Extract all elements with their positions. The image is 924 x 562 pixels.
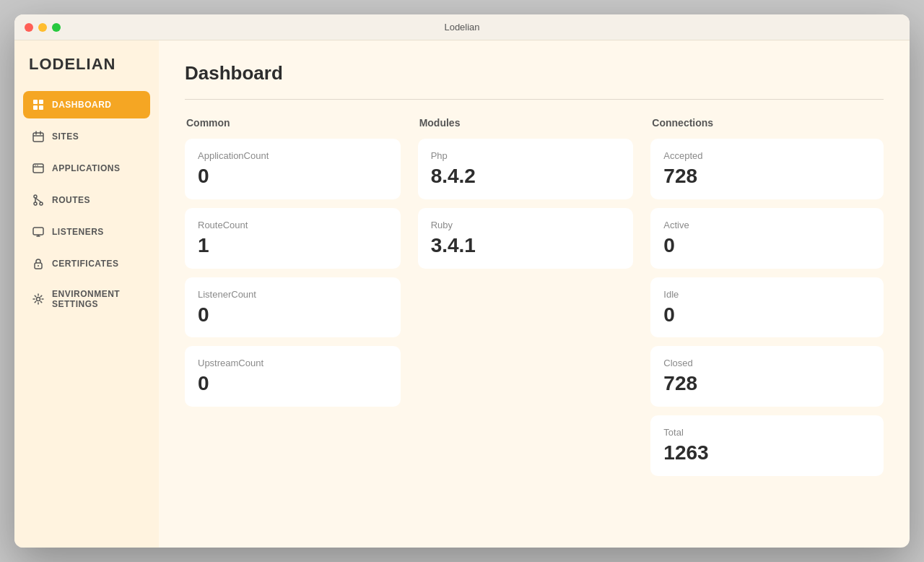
minimize-button[interactable]: [38, 23, 47, 32]
connections-column: Connections Accepted 728 Active 0 Idle 0: [650, 117, 884, 485]
svg-point-12: [34, 195, 37, 198]
stat-card-ruby: Ruby 3.4.1: [418, 208, 634, 269]
sidebar-item-routes[interactable]: ROUTES: [23, 186, 150, 214]
stat-card-accepted: Accepted 728: [650, 139, 884, 199]
app-body: LODELIAN DASHBOARD: [14, 40, 910, 548]
stat-value: 728: [663, 373, 871, 395]
svg-point-11: [37, 165, 38, 166]
connections-header: Connections: [650, 117, 884, 129]
stat-label: Active: [663, 220, 871, 230]
sidebar-item-certificates[interactable]: CERTIFICATES: [23, 250, 150, 277]
svg-rect-2: [33, 105, 38, 110]
calendar-icon: [32, 130, 45, 143]
stat-label: ApplicationCount: [198, 150, 388, 161]
monitor-icon: [32, 225, 45, 238]
stat-value: 8.4.2: [431, 165, 621, 188]
fork-icon: [32, 194, 45, 207]
svg-rect-3: [39, 105, 43, 110]
stat-card-application-count: ApplicationCount 0: [185, 139, 401, 199]
stat-value: 1263: [663, 442, 871, 464]
maximize-button[interactable]: [52, 23, 61, 32]
stat-label: ListenerCount: [198, 289, 388, 300]
svg-point-21: [38, 265, 39, 267]
main-content: Dashboard Common ApplicationCount 0 Rout…: [159, 40, 910, 548]
sidebar-item-dashboard[interactable]: DASHBOARD: [23, 91, 150, 118]
sidebar-item-sites[interactable]: SITES: [23, 123, 150, 150]
window-icon: [32, 162, 45, 175]
sidebar-item-label: CERTIFICATES: [52, 259, 118, 269]
stat-value: 0: [663, 304, 871, 327]
stat-value: 0: [198, 373, 388, 395]
stat-label: Closed: [663, 358, 871, 368]
svg-point-13: [34, 202, 37, 205]
sidebar-item-label: DASHBOARD: [52, 100, 112, 110]
sidebar: LODELIAN DASHBOARD: [14, 40, 159, 548]
gear-icon: [32, 293, 45, 306]
sidebar-item-environment-settings[interactable]: ENVIRONMENT SETTINGS: [23, 282, 150, 316]
stat-value: 728: [663, 165, 871, 188]
stat-label: Ruby: [431, 220, 621, 230]
sidebar-item-applications[interactable]: APPLICATIONS: [23, 155, 150, 182]
stat-value: 1: [198, 235, 388, 257]
stat-value: 3.4.1: [431, 235, 621, 257]
common-header: Common: [185, 117, 401, 129]
stat-label: Php: [431, 150, 621, 161]
stat-card-route-count: RouteCount 1: [185, 208, 401, 269]
sidebar-item-label: APPLICATIONS: [52, 163, 120, 173]
svg-point-14: [40, 202, 43, 205]
stat-card-idle: Idle 0: [650, 277, 884, 338]
sidebar-item-label: ROUTES: [52, 195, 90, 205]
grid-icon: [32, 98, 45, 111]
stat-card-active: Active 0: [650, 208, 884, 269]
svg-rect-8: [33, 164, 43, 173]
page-title: Dashboard: [185, 62, 884, 85]
stat-label: RouteCount: [198, 220, 388, 230]
stat-value: 0: [198, 304, 388, 327]
stat-value: 0: [663, 235, 871, 257]
svg-rect-17: [33, 228, 43, 235]
stat-label: Total: [663, 427, 871, 438]
stat-card-php: Php 8.4.2: [418, 139, 634, 199]
stat-card-listener-count: ListenerCount 0: [185, 277, 401, 338]
svg-rect-1: [39, 100, 43, 104]
sidebar-item-label: SITES: [52, 131, 79, 142]
modules-header: Modules: [418, 117, 634, 129]
app-logo: LODELIAN: [23, 55, 150, 74]
window-title: Lodelian: [444, 22, 479, 33]
common-column: Common ApplicationCount 0 RouteCount 1 L…: [185, 117, 418, 485]
stat-card-closed: Closed 728: [650, 346, 884, 407]
app-window: Lodelian LODELIAN DASHBOARD: [14, 14, 910, 548]
window-controls: [25, 23, 61, 32]
svg-rect-4: [33, 133, 43, 142]
stat-label: UpstreamCount: [198, 358, 388, 368]
stat-card-upstream-count: UpstreamCount 0: [185, 346, 401, 407]
sidebar-item-label: LISTENERS: [52, 227, 104, 237]
lock-icon: [32, 257, 45, 270]
stat-value: 0: [198, 165, 388, 188]
svg-point-22: [37, 298, 40, 301]
titlebar: Lodelian: [14, 14, 910, 40]
svg-rect-0: [33, 100, 38, 104]
stat-label: Idle: [663, 289, 871, 300]
svg-point-10: [35, 165, 36, 166]
svg-line-16: [35, 198, 41, 202]
stat-label: Accepted: [663, 150, 871, 161]
sidebar-item-label: ENVIRONMENT SETTINGS: [52, 289, 141, 309]
close-button[interactable]: [25, 23, 33, 32]
dashboard-grid: Common ApplicationCount 0 RouteCount 1 L…: [185, 117, 884, 485]
modules-column: Modules Php 8.4.2 Ruby 3.4.1: [418, 117, 651, 485]
stat-card-total: Total 1263: [650, 415, 884, 476]
sidebar-item-listeners[interactable]: LISTENERS: [23, 218, 150, 246]
divider: [185, 99, 884, 100]
